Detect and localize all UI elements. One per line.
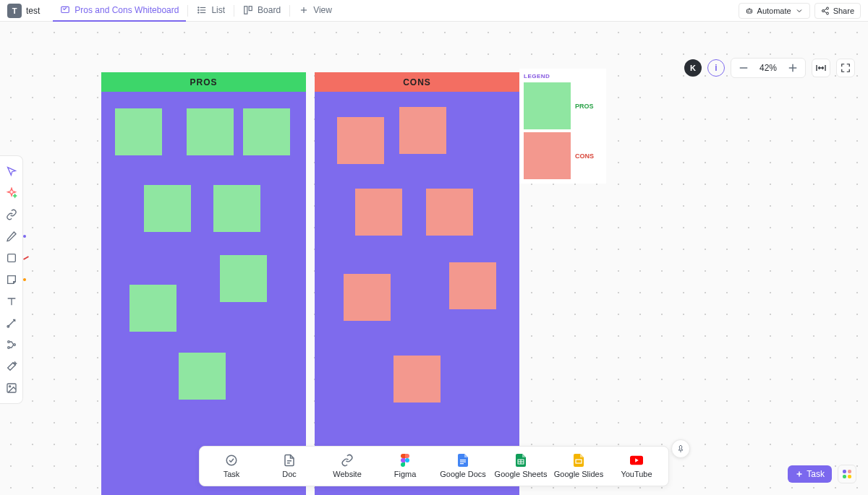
insert-doc[interactable]: Doc	[260, 451, 318, 481]
list-icon	[197, 5, 207, 15]
canvas-controls: K i 42%	[684, 58, 855, 78]
bottom-toolbar: Task Doc Website Figma Google Docs	[199, 446, 669, 486]
link-icon	[341, 454, 354, 467]
tool-image[interactable]	[0, 377, 22, 399]
sticky-note[interactable]	[344, 274, 391, 321]
sticky-note[interactable]	[449, 262, 496, 309]
fit-width-button[interactable]	[812, 59, 830, 77]
tool-connector[interactable]	[0, 312, 22, 334]
insert-youtube[interactable]: YouTube	[608, 451, 665, 481]
sticky-note[interactable]	[187, 108, 234, 155]
tool-indicator	[23, 278, 26, 281]
insert-gdocs[interactable]: Google Docs	[434, 451, 492, 481]
button-label: Task	[807, 469, 825, 479]
insert-gsheets[interactable]: Google Sheets	[492, 451, 550, 481]
side-toolbar	[0, 155, 23, 404]
legend-panel[interactable]: LEGEND PROS CONS	[519, 69, 606, 184]
user-avatar[interactable]: K	[684, 59, 702, 77]
tab-list[interactable]: List	[190, 0, 232, 22]
pin-toolbar-button[interactable]	[671, 439, 690, 458]
sticky-note[interactable]	[393, 356, 441, 403]
sparkle-icon	[6, 187, 17, 199]
legend-title: LEGEND	[524, 73, 602, 79]
item-label: Website	[333, 470, 362, 478]
svg-point-30	[405, 458, 409, 462]
sticky-note[interactable]	[179, 353, 226, 400]
tool-magic[interactable]	[0, 356, 22, 377]
svg-rect-8	[249, 6, 252, 10]
tab-board[interactable]: Board	[236, 0, 288, 22]
wand-icon	[6, 361, 17, 372]
gsheets-icon	[514, 454, 527, 467]
zoom-in-button[interactable]	[786, 61, 799, 74]
svg-point-20	[7, 325, 9, 327]
pros-header: PROS	[101, 72, 306, 92]
tool-shape[interactable]	[0, 247, 22, 269]
legend-label: CONS	[575, 152, 594, 160]
tool-pen[interactable]	[0, 225, 22, 247]
sticky-note[interactable]	[129, 285, 176, 332]
legend-label: PROS	[575, 103, 594, 110]
svg-rect-31	[460, 460, 466, 460]
whiteboard-canvas[interactable]: PROS CONS LEGEND PROS CONS	[0, 22, 868, 495]
cons-board[interactable]: CONS	[315, 72, 519, 495]
minus-icon	[737, 61, 750, 74]
share-button[interactable]: Share	[814, 3, 861, 19]
info-button[interactable]: i	[707, 59, 725, 77]
sticky-note[interactable]	[213, 185, 260, 232]
cursor-icon	[6, 165, 17, 177]
item-label: Task	[224, 470, 240, 478]
svg-point-15	[822, 9, 824, 12]
svg-rect-33	[460, 463, 464, 464]
svg-line-18	[824, 11, 826, 12]
zoom-value[interactable]: 42%	[757, 63, 779, 73]
tab-whiteboard[interactable]: Pros and Cons Whiteboard	[53, 0, 186, 22]
tool-sticky[interactable]	[0, 269, 22, 290]
plus-icon	[795, 470, 804, 478]
zoom-controls: 42%	[731, 58, 806, 78]
tool-ai[interactable]	[0, 182, 22, 204]
automate-button[interactable]: Automate	[739, 3, 810, 19]
tab-label: List	[211, 5, 225, 15]
tool-link[interactable]	[0, 204, 22, 225]
workspace-badge[interactable]: T	[7, 4, 22, 18]
sticky-note[interactable]	[426, 189, 473, 236]
connector-icon	[6, 317, 17, 329]
square-icon	[6, 252, 17, 264]
svg-rect-0	[61, 7, 69, 12]
tool-diagram[interactable]	[0, 334, 22, 356]
sticky-note[interactable]	[144, 185, 191, 232]
fullscreen-icon	[841, 63, 851, 73]
item-label: Google Sheets	[495, 470, 548, 478]
tool-text[interactable]	[0, 290, 22, 312]
view-tabs: Pros and Cons Whiteboard List Board View	[53, 0, 339, 22]
workspace-name[interactable]: test	[26, 6, 40, 16]
fullscreen-button[interactable]	[836, 59, 855, 77]
tab-add-view[interactable]: View	[292, 0, 339, 22]
image-icon	[6, 382, 17, 394]
insert-gslides[interactable]: Google Slides	[550, 451, 608, 481]
sticky-note[interactable]	[399, 107, 446, 154]
tool-select[interactable]	[0, 160, 22, 182]
insert-task[interactable]: Task	[203, 451, 260, 481]
legend-row-pros: PROS	[524, 82, 602, 129]
zoom-out-button[interactable]	[737, 61, 750, 74]
item-label: Google Slides	[554, 470, 604, 478]
fit-width-icon	[815, 62, 827, 74]
insert-website[interactable]: Website	[318, 451, 376, 481]
task-icon	[225, 454, 238, 467]
top-bar: T test Pros and Cons Whiteboard List Boa…	[0, 0, 868, 22]
sticky-note[interactable]	[115, 108, 162, 155]
apps-button[interactable]	[838, 465, 856, 483]
new-task-button[interactable]: Task	[788, 465, 832, 483]
pros-board[interactable]: PROS	[101, 72, 306, 495]
sticky-note[interactable]	[337, 117, 384, 164]
sticky-note[interactable]	[243, 108, 290, 155]
insert-figma[interactable]: Figma	[376, 451, 434, 481]
plus-icon	[299, 5, 309, 15]
sticky-note[interactable]	[355, 189, 402, 236]
svg-point-21	[7, 341, 9, 343]
sticky-note[interactable]	[220, 255, 267, 302]
pin-icon	[676, 444, 685, 453]
svg-point-23	[13, 344, 15, 346]
